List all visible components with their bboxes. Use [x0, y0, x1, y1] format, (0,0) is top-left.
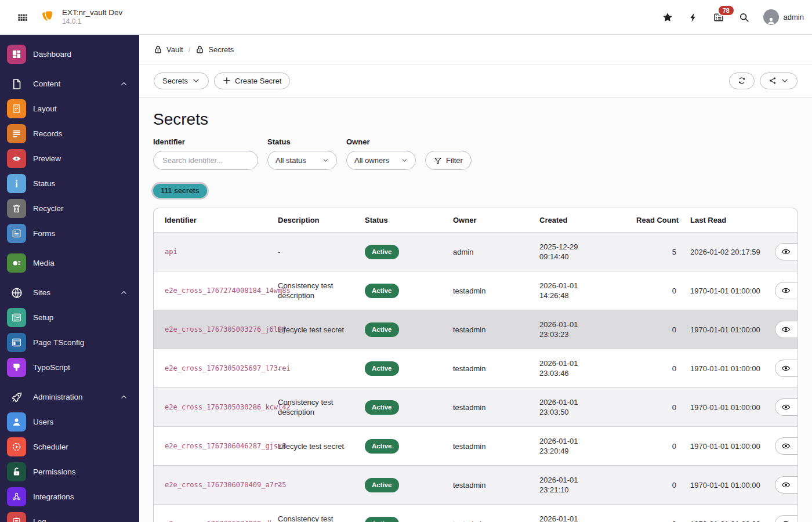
secrets-table: IdentifierDescriptionStatusOwnerCreatedR…: [153, 208, 798, 522]
breadcrumb: Vault / Secrets: [139, 35, 812, 64]
status-badge: Active: [365, 361, 399, 376]
column-header-read-count: Read Count: [608, 208, 684, 233]
user-menu-button[interactable]: admin: [763, 9, 804, 25]
module-select-label: Secrets: [162, 77, 188, 85]
filter-button-label: Filter: [446, 156, 463, 165]
view-secret-button[interactable]: [775, 282, 798, 299]
sidebar-item-sites[interactable]: Sites: [0, 280, 139, 305]
table-row[interactable]: e2e_cross_1767306046287_gjsx8 Lifecycle …: [154, 427, 798, 466]
sidebar-item-tile: [7, 253, 26, 273]
secret-owner: testadmin: [447, 388, 534, 427]
sidebar-item-dashboard[interactable]: Dashboard: [0, 42, 139, 67]
module-body: Secrets Identifier Status All status: [139, 97, 812, 522]
secret-identifier[interactable]: api: [165, 248, 177, 256]
lock-icon: [154, 45, 162, 54]
sidebar-item-tile: [7, 124, 26, 143]
eye-icon: [781, 364, 791, 373]
sidebar-item-setup[interactable]: Setup: [0, 305, 139, 330]
recycler-icon: [12, 204, 21, 213]
view-secret-button[interactable]: [775, 321, 798, 338]
view-secret-button[interactable]: [775, 437, 798, 455]
breadcrumb-label: Vault: [166, 45, 183, 54]
star-icon: [662, 12, 673, 23]
status-badge: Active: [365, 439, 399, 454]
module-select[interactable]: Secrets: [154, 72, 209, 89]
secret-created: 2026-01-01 14:26:48: [534, 271, 608, 310]
table-row[interactable]: e2e_cross_1767305003276_j6l9j Lifecycle …: [154, 310, 798, 349]
secret-identifier[interactable]: e2e_cross_1767305003276_j6l9j: [165, 325, 287, 334]
sidebar-item-label: Page TSconfig: [33, 338, 84, 347]
table-row[interactable]: e2e_cross_1767305025697_l73rei - Active …: [154, 349, 798, 388]
view-secret-button[interactable]: [775, 515, 798, 522]
status-badge: Active: [365, 322, 399, 337]
share-icon: [768, 77, 777, 85]
table-row[interactable]: e2e_cross_1767306074838_dbnzg Consistenc…: [154, 505, 798, 522]
owner-filter-label: Owner: [346, 137, 416, 146]
sidebar-item-label: Setup: [33, 313, 53, 322]
view-secret-button[interactable]: [775, 398, 798, 416]
table-row[interactable]: e2e_cross_1767274008184_14wm8s Consisten…: [154, 271, 798, 310]
lock-icon: [195, 45, 204, 54]
secret-identifier[interactable]: e2e_cross_1767306046287_gjsx8: [165, 442, 287, 450]
reload-button[interactable]: [729, 72, 755, 89]
identifier-search-input[interactable]: [153, 151, 258, 170]
status-filter-select[interactable]: All status: [267, 151, 337, 170]
eye-icon: [781, 325, 791, 334]
secret-identifier[interactable]: e2e_cross_1767306074838_dbnzg: [165, 520, 287, 522]
sidebar-item-layout[interactable]: Layout: [0, 96, 139, 121]
sidebar-item-recycler[interactable]: Recycler: [0, 196, 139, 221]
owner-filter-select[interactable]: All owners: [346, 151, 416, 170]
sidebar-item-tile: [7, 283, 26, 302]
eye-icon: [781, 519, 791, 522]
secret-owner: testadmin: [447, 310, 534, 349]
secret-owner: testadmin: [447, 466, 534, 505]
sidebar-item-label: Layout: [33, 104, 57, 113]
plus-icon: [223, 77, 231, 85]
secret-last-read: 1970-01-01 01:00:00: [684, 427, 769, 466]
table-row[interactable]: e2e_cross_1767306070409_a7r35 - Active t…: [154, 466, 798, 505]
sidebar-item-forms[interactable]: Forms: [0, 221, 139, 246]
sidebar-item-page-tsconfig[interactable]: Page TSconfig: [0, 330, 139, 355]
view-secret-button[interactable]: [775, 243, 798, 260]
sidebar-item-typoscript[interactable]: TypoScript: [0, 355, 139, 380]
create-secret-button[interactable]: Create Secret: [214, 72, 290, 89]
clear-cache-button[interactable]: [683, 8, 703, 27]
table-row[interactable]: e2e_cross_1767305030286_kcwl42 Consisten…: [154, 388, 798, 427]
view-secret-button[interactable]: [775, 360, 798, 377]
sidebar-item-integrations[interactable]: Integrations: [0, 484, 139, 509]
module-menu-button[interactable]: [13, 8, 32, 27]
secret-identifier[interactable]: e2e_cross_1767306070409_a7r35: [165, 481, 287, 489]
sidebar-item-records[interactable]: Records: [0, 121, 139, 146]
sidebar-item-scheduler[interactable]: Scheduler: [0, 434, 139, 459]
users-icon: [12, 417, 21, 427]
sidebar-item-label: Administration: [33, 393, 83, 401]
bookmarks-button[interactable]: [658, 8, 677, 27]
table-row[interactable]: api - Active admin 2025-12-29 09:14:40 5…: [154, 233, 798, 271]
filter-button[interactable]: Filter: [425, 151, 472, 170]
sidebar-item-status[interactable]: Status: [0, 171, 139, 196]
sidebar-item-permissions[interactable]: Permissions: [0, 459, 139, 484]
layout-icon: [12, 104, 21, 114]
sidebar-item-content[interactable]: Content: [0, 71, 139, 96]
system-information-button[interactable]: 78: [709, 8, 728, 27]
secret-identifier[interactable]: e2e_cross_1767305025697_l73rei: [165, 364, 291, 372]
search-button[interactable]: [734, 8, 754, 27]
status-badge: Active: [365, 400, 399, 415]
integrations-icon: [12, 492, 21, 502]
sidebar: Dashboard Content Layout Records Preview…: [0, 35, 139, 522]
breadcrumb-item-secrets[interactable]: Secrets: [195, 45, 234, 54]
sidebar-item-preview[interactable]: Preview: [0, 146, 139, 171]
notification-badge: 78: [719, 6, 734, 15]
sidebar-item-users[interactable]: Users: [0, 409, 139, 434]
secret-identifier[interactable]: e2e_cross_1767274008184_14wm8s: [165, 287, 291, 295]
sidebar-item-administration[interactable]: Administration: [0, 385, 139, 409]
create-secret-label: Create Secret: [235, 77, 281, 85]
share-button[interactable]: [760, 72, 798, 89]
sidebar-item-tile: [7, 74, 26, 93]
sidebar-item-log[interactable]: Log: [0, 509, 139, 522]
view-secret-button[interactable]: [775, 476, 798, 494]
funnel-icon: [434, 157, 442, 165]
secret-identifier[interactable]: e2e_cross_1767305030286_kcwl42: [165, 403, 291, 411]
sidebar-item-media[interactable]: Media: [0, 251, 139, 276]
breadcrumb-item-vault[interactable]: Vault: [154, 45, 183, 54]
